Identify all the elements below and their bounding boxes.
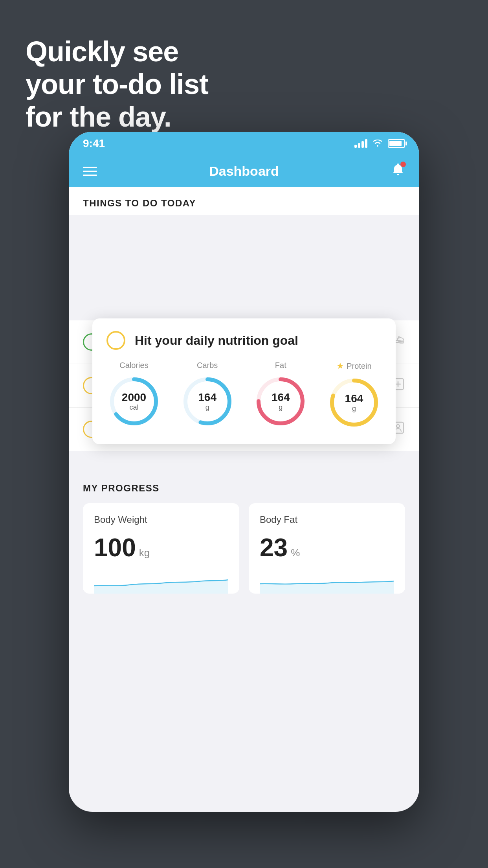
headline-line3: for the day. [26, 101, 171, 132]
nutrition-goal-row: Hit your daily nutrition goal [106, 331, 382, 350]
svg-point-11 [396, 425, 400, 428]
body-weight-title: Body Weight [94, 514, 228, 525]
headline-line2: your to-do list [26, 68, 208, 100]
star-icon: ★ [336, 361, 344, 371]
progress-section: MY PROGRESS Body Weight 100 kg Body F [69, 467, 419, 605]
nutrition-goal-text: Hit your daily nutrition goal [135, 333, 298, 348]
progress-header: MY PROGRESS [83, 483, 405, 494]
carbs-unit: g [198, 404, 216, 412]
body-fat-value-row: 23 % [260, 533, 394, 562]
body-fat-chart [260, 570, 394, 594]
battery-icon [388, 139, 405, 148]
nutrient-carbs: Carbs 164 g [180, 361, 235, 429]
status-time: 9:41 [83, 137, 105, 150]
carbs-ring: 164 g [180, 374, 235, 429]
nutrient-calories: Calories 2000 cal [106, 361, 161, 429]
body-fat-value: 23 [260, 533, 288, 562]
things-todo-header: THINGS TO DO TODAY [69, 187, 419, 215]
protein-label-row: ★ Protein [336, 361, 371, 371]
wifi-icon [372, 138, 383, 149]
body-fat-card[interactable]: Body Fat 23 % [249, 503, 405, 594]
progress-cards: Body Weight 100 kg Body Fat 23 % [83, 503, 405, 594]
phone-frame: 9:41 Dashboard [69, 132, 419, 812]
fat-ring: 164 g [253, 374, 308, 429]
body-weight-card[interactable]: Body Weight 100 kg [83, 503, 239, 594]
calories-label: Calories [119, 361, 148, 370]
calories-value: 2000 [122, 392, 146, 404]
body-weight-unit: kg [139, 547, 150, 559]
fat-unit: g [272, 404, 290, 412]
carbs-label: Carbs [197, 361, 218, 370]
status-bar: 9:41 [69, 132, 419, 155]
body-weight-value: 100 [94, 533, 136, 562]
status-icons [354, 138, 405, 149]
menu-button[interactable] [83, 167, 97, 176]
notification-button[interactable] [391, 162, 405, 180]
nutrient-protein: ★ Protein 164 g [327, 361, 382, 430]
fat-value: 164 [272, 392, 290, 404]
calories-ring: 2000 cal [106, 374, 161, 429]
headline: Quickly see your to-do list for the day. [26, 35, 208, 133]
carbs-value: 164 [198, 392, 216, 404]
body-weight-value-row: 100 kg [94, 533, 228, 562]
nutrition-circles: Calories 2000 cal Carbs [106, 361, 382, 430]
body-fat-unit: % [291, 547, 300, 559]
nav-title: Dashboard [209, 164, 279, 179]
protein-ring: 164 g [327, 375, 382, 430]
signal-icon [354, 139, 367, 148]
protein-value: 164 [345, 393, 363, 405]
body-weight-chart [94, 570, 228, 594]
notification-dot [400, 162, 406, 167]
fat-label: Fat [275, 361, 286, 370]
nutrient-fat: Fat 164 g [253, 361, 308, 429]
nutrition-card: Hit your daily nutrition goal Calories 2… [92, 318, 396, 444]
calories-unit: cal [122, 404, 146, 412]
nav-bar: Dashboard [69, 155, 419, 187]
protein-unit: g [345, 405, 363, 413]
headline-line1: Quickly see [26, 36, 178, 67]
goal-circle [106, 331, 125, 350]
body-fat-title: Body Fat [260, 514, 394, 525]
protein-label: Protein [347, 362, 371, 371]
